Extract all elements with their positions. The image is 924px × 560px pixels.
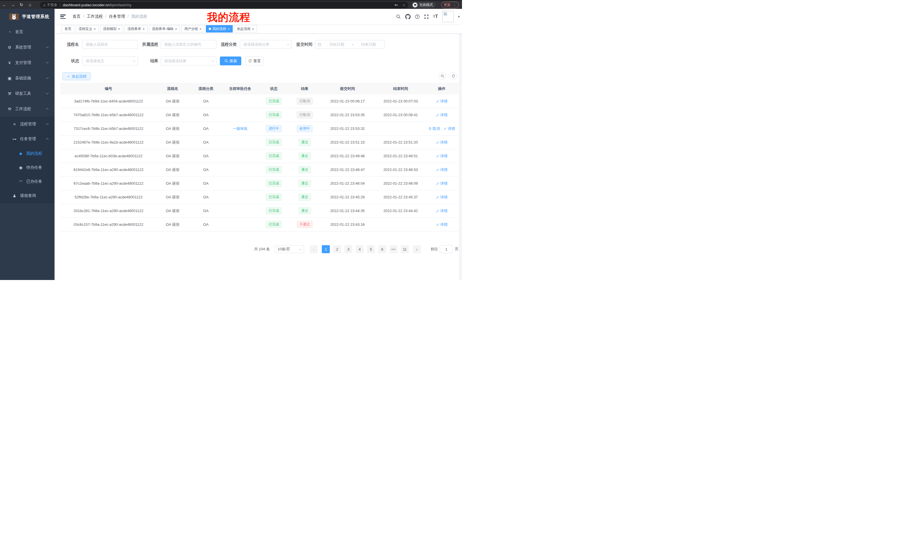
calendar-icon	[318, 42, 321, 46]
not-secure-icon: ⚠	[43, 3, 46, 7]
close-icon[interactable]: ×	[175, 27, 177, 31]
sidebar-item[interactable]: ¥ 支付管理	[0, 55, 54, 70]
page-number-button[interactable]: 5	[367, 245, 375, 253]
view-tab[interactable]: 我的流程 ×	[206, 25, 233, 33]
view-tab[interactable]: 首页	[62, 25, 74, 33]
detail-link[interactable]: 详情	[436, 181, 448, 186]
browser-reload-icon[interactable]: ↻	[17, 1, 26, 9]
refresh-table-button[interactable]	[449, 72, 457, 80]
filter-name-input[interactable]	[82, 40, 138, 49]
browser-back-icon[interactable]: ←	[0, 1, 9, 9]
browser-home-icon[interactable]: ⌂	[26, 1, 34, 9]
start-process-button[interactable]: ＋ 发起流程	[63, 72, 90, 80]
sidebar-item[interactable]: ◠ 已办任务	[0, 174, 54, 189]
detail-link[interactable]: 详情	[436, 112, 448, 118]
sidebar-item[interactable]: ▣ 基础设施	[0, 70, 54, 86]
sidebar-item[interactable]: ♟ 请假查询	[0, 189, 54, 203]
detail-link[interactable]: 详情	[436, 208, 448, 214]
edit-icon	[436, 209, 440, 213]
date-start-placeholder: 开始日期	[323, 42, 350, 47]
page-number-button[interactable]: •••	[390, 245, 398, 253]
cell-end-time: 2022-01-22 23:49:51	[376, 149, 425, 163]
cell-category: OA	[189, 136, 223, 149]
hamburger-icon[interactable]	[60, 15, 66, 19]
breadcrumb-item[interactable]: 工作流程	[81, 14, 103, 19]
filter-result-select[interactable]: 请选择流结果	[161, 57, 216, 65]
sidebar-item[interactable]: ⚙ 系统管理	[0, 40, 54, 55]
breadcrumb-item[interactable]: 任务管理	[103, 14, 125, 19]
close-icon[interactable]: ×	[199, 27, 202, 31]
caret-down-icon[interactable]: ▾	[458, 15, 460, 18]
sidebar-item[interactable]: ⊶ 任务管理	[0, 132, 54, 147]
sidebar-item[interactable]: ◔ 首页	[0, 24, 54, 40]
address-bar[interactable]: ⚠ 不安全 dashboard.yudao.iocoder.cn /bpm/ta…	[40, 2, 408, 8]
close-icon[interactable]: ×	[142, 27, 145, 31]
page-number-button[interactable]: 11	[401, 245, 409, 253]
view-tab[interactable]: 流程表单 ×	[124, 25, 148, 33]
detail-link[interactable]: 详情	[436, 195, 448, 200]
sidebar-item[interactable]: ⚒ 工作流程	[0, 101, 54, 117]
password-key-icon[interactable]	[394, 3, 398, 7]
detail-link[interactable]: 详情	[436, 167, 448, 172]
search-button[interactable]: 搜索	[220, 57, 241, 65]
page-number-button[interactable]: 6	[378, 245, 386, 253]
help-icon[interactable]	[415, 14, 420, 19]
show-search-button[interactable]	[439, 72, 446, 80]
cancel-link[interactable]: 取消	[428, 126, 440, 131]
filter-status-select[interactable]: 请选择状态	[82, 57, 138, 65]
filter-category-select[interactable]: 请选择流程分类	[240, 40, 292, 49]
close-icon[interactable]: ×	[118, 27, 120, 31]
page-number-button[interactable]: 1	[322, 245, 330, 253]
page-number-button[interactable]: 3	[344, 245, 352, 253]
detail-link[interactable]: 详情	[436, 222, 448, 227]
detail-link[interactable]: 详情	[436, 140, 448, 145]
page-size-select[interactable]: 10条/页	[274, 245, 304, 253]
detail-link[interactable]: 详情	[436, 154, 448, 159]
filter-definition-label: 所属流程	[135, 40, 158, 49]
close-icon[interactable]: ×	[228, 27, 230, 31]
font-size-icon[interactable]: TT	[433, 14, 438, 19]
browser-menu-icon[interactable]: ⋮	[453, 3, 456, 7]
search-icon[interactable]	[396, 14, 401, 19]
sidebar-item[interactable]: ☻ 我的流程	[0, 147, 54, 160]
breadcrumb-item[interactable]: 首页	[72, 14, 81, 19]
page-number-button[interactable]: 2	[333, 245, 341, 253]
filter-date-range[interactable]: 开始日期 - 结束日期	[315, 40, 385, 49]
tab-label: 流程模型	[103, 27, 117, 31]
close-icon[interactable]: ×	[94, 27, 96, 31]
breadcrumb-item[interactable]: 我的流程	[125, 14, 147, 19]
browser-toolbar: ← → ↻ ⌂ ⚠ 不安全 dashboard.yudao.iocoder.cn…	[0, 0, 462, 9]
chevron-icon	[46, 61, 49, 64]
detail-link[interactable]: 详情	[436, 99, 448, 104]
avatar[interactable]	[442, 11, 454, 22]
sidebar-item[interactable]: ◉ 待办任务	[0, 160, 54, 174]
bookmark-star-icon[interactable]: ☆	[402, 3, 405, 7]
cell-end-time: 2022-01-22 23:44:42	[376, 204, 425, 217]
task-link[interactable]: 一级审批	[233, 126, 248, 131]
view-tab[interactable]: 流程表单-编辑 ×	[149, 25, 180, 33]
page-number-button[interactable]: 4	[356, 245, 364, 253]
browser-update-button[interactable]: 更新 ⋮	[441, 2, 459, 8]
view-tab[interactable]: 流程定义 ×	[76, 25, 99, 33]
github-icon[interactable]	[405, 14, 411, 19]
status-badge: 已完成	[266, 97, 282, 105]
prev-page-button[interactable]: ‹	[310, 245, 318, 253]
url-host: dashboard.yudao.iocoder.cn	[63, 3, 110, 7]
detail-link[interactable]: 详情	[444, 126, 455, 131]
view-tab[interactable]: 发起流程 ×	[234, 25, 257, 33]
sidebar-item[interactable]: ≡ 流程管理	[0, 117, 54, 132]
sidebar-item[interactable]: ⚒ 研发工具	[0, 86, 54, 101]
view-tab[interactable]: 用户分组 ×	[182, 25, 204, 33]
next-page-button[interactable]: ›	[413, 245, 421, 253]
column-header: 状态	[257, 83, 291, 94]
view-tab[interactable]: 流程模型 ×	[100, 25, 123, 33]
edit-icon	[444, 127, 447, 130]
goto-page-input[interactable]	[440, 245, 453, 253]
reset-button[interactable]: 重置	[245, 57, 264, 65]
browser-forward-icon[interactable]: →	[9, 1, 17, 9]
filter-definition-input[interactable]	[161, 40, 216, 49]
fullscreen-icon[interactable]	[424, 14, 429, 19]
date-end-placeholder: 结束日期	[355, 42, 382, 47]
close-icon[interactable]: ×	[252, 27, 254, 31]
column-header: 提交时间	[319, 83, 376, 94]
